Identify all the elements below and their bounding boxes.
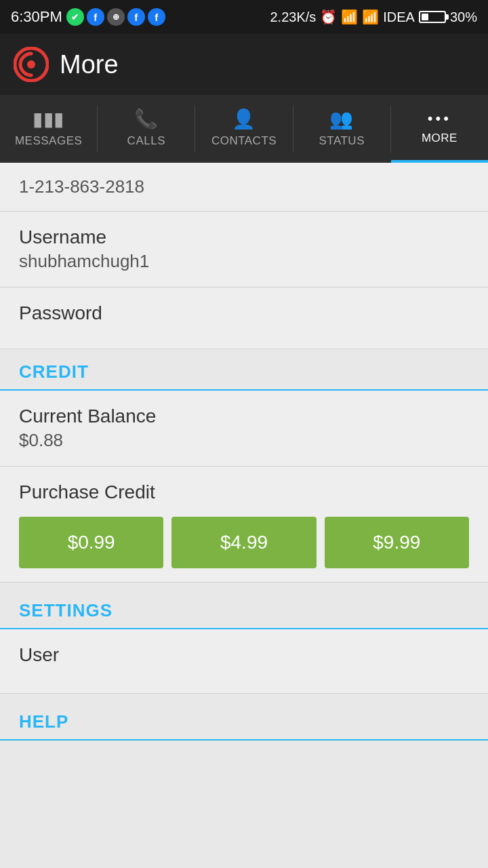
help-section-header: HELP bbox=[0, 699, 488, 741]
tab-messages-label: MESSAGES bbox=[15, 134, 82, 148]
help-heading: HELP bbox=[19, 711, 68, 732]
status-icon: 👥 bbox=[329, 108, 354, 130]
status-right: 2.23K/s ⏰ 📶 📶 IDEA 30% bbox=[270, 9, 477, 25]
app-logo bbox=[14, 47, 49, 82]
whatsapp-icon: ✔ bbox=[66, 8, 84, 26]
messages-icon: ▮▮▮ bbox=[33, 108, 64, 130]
user-label: User bbox=[19, 644, 469, 666]
tab-bar: ▮▮▮ MESSAGES 📞 CALLS 👤 CONTACTS 👥 STATUS… bbox=[0, 95, 488, 163]
app-header: More bbox=[0, 34, 488, 95]
password-row[interactable]: Password bbox=[0, 288, 488, 349]
current-balance-row: Current Balance $0.88 bbox=[0, 391, 488, 467]
tab-more[interactable]: ••• MORE bbox=[391, 95, 488, 163]
tab-contacts-label: CONTACTS bbox=[211, 134, 277, 148]
tab-messages[interactable]: ▮▮▮ MESSAGES bbox=[0, 95, 97, 163]
tab-contacts[interactable]: 👤 CONTACTS bbox=[195, 95, 292, 163]
contacts-icon: 👤 bbox=[232, 108, 256, 130]
more-icon: ••• bbox=[428, 110, 451, 127]
username-label: Username bbox=[19, 226, 469, 248]
password-label: Password bbox=[19, 302, 469, 324]
header-title: More bbox=[60, 50, 119, 79]
network-speed: 2.23K/s bbox=[270, 9, 316, 25]
main-content: 1-213-863-2818 Username shubhamchugh1 Pa… bbox=[0, 163, 488, 741]
tab-status[interactable]: 👥 STATUS bbox=[293, 95, 390, 163]
battery-indicator bbox=[419, 11, 446, 23]
credit-heading: CREDIT bbox=[19, 361, 89, 382]
credit-btn-099[interactable]: $0.99 bbox=[19, 517, 163, 568]
carrier-name: IDEA bbox=[383, 9, 415, 25]
purchase-credit-label: Purchase Credit bbox=[19, 481, 469, 503]
status-left: 6:30PM ✔ f ⊕ f f bbox=[11, 8, 165, 26]
tab-status-label: STATUS bbox=[319, 134, 365, 148]
phone-number-value: 1-213-863-2818 bbox=[19, 176, 144, 197]
username-row[interactable]: Username shubhamchugh1 bbox=[0, 212, 488, 288]
app-icon-gray: ⊕ bbox=[107, 8, 125, 26]
username-value: shubhamchugh1 bbox=[19, 251, 469, 272]
battery-percent: 30% bbox=[450, 9, 477, 25]
signal-icon: 📶 bbox=[362, 9, 379, 25]
notification-icons: ✔ f ⊕ f f bbox=[66, 8, 165, 26]
credit-buttons-container: $0.99 $4.99 $9.99 bbox=[0, 503, 488, 583]
facebook-icon-2: f bbox=[127, 8, 145, 26]
facebook-icon-3: f bbox=[148, 8, 165, 26]
svg-point-1 bbox=[27, 60, 35, 68]
phone-number-row: 1-213-863-2818 bbox=[0, 163, 488, 212]
current-balance-value: $0.88 bbox=[19, 430, 469, 451]
user-row[interactable]: User bbox=[0, 629, 488, 694]
credit-section-header: CREDIT bbox=[0, 349, 488, 391]
tab-calls-label: CALLS bbox=[127, 134, 165, 148]
credit-btn-999[interactable]: $9.99 bbox=[325, 517, 469, 568]
settings-section-header: SETTINGS bbox=[0, 588, 488, 629]
status-bar: 6:30PM ✔ f ⊕ f f 2.23K/s ⏰ 📶 📶 IDEA 30% bbox=[0, 0, 488, 34]
facebook-icon-1: f bbox=[87, 8, 104, 26]
settings-heading: SETTINGS bbox=[19, 600, 113, 620]
purchase-credit-row: Purchase Credit bbox=[0, 467, 488, 503]
calls-icon: 📞 bbox=[134, 108, 159, 130]
wifi-icon: 📶 bbox=[341, 9, 358, 25]
tab-calls[interactable]: 📞 CALLS bbox=[98, 95, 195, 163]
tab-more-label: MORE bbox=[422, 132, 458, 145]
time-display: 6:30PM bbox=[11, 8, 62, 26]
alarm-icon: ⏰ bbox=[320, 9, 337, 25]
credit-btn-499[interactable]: $4.99 bbox=[171, 517, 316, 568]
current-balance-label: Current Balance bbox=[19, 406, 469, 427]
